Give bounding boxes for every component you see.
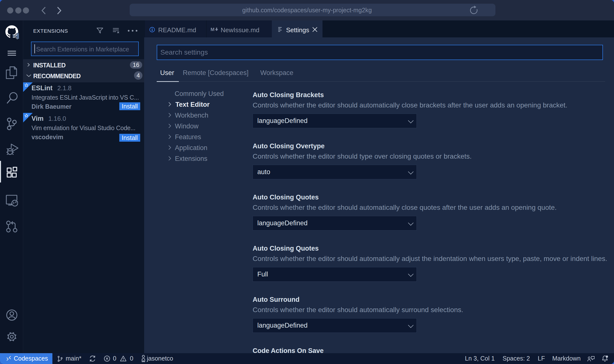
svg-text:M: M — [211, 27, 215, 32]
